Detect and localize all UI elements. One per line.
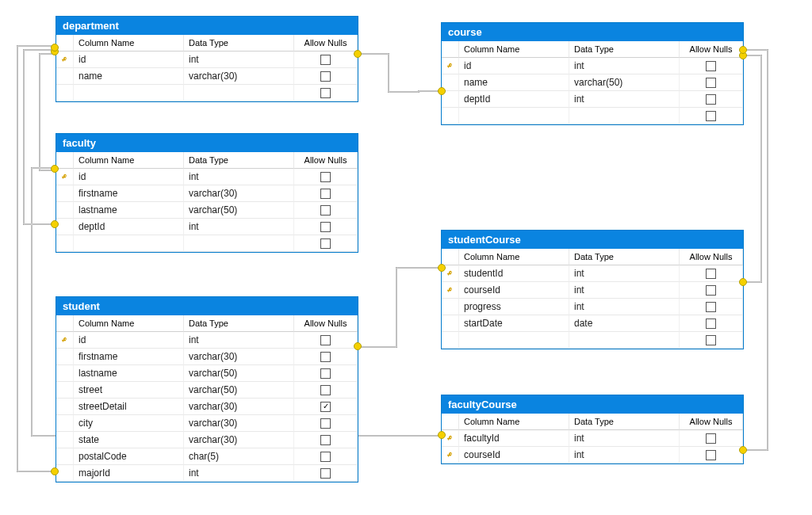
- column-name-cell[interactable]: studentId: [459, 265, 569, 282]
- data-type-cell[interactable]: varchar(30): [184, 349, 294, 365]
- allow-nulls-checkbox[interactable]: [294, 382, 358, 399]
- column-name-cell[interactable]: majorId: [74, 465, 184, 482]
- allow-nulls-checkbox[interactable]: [294, 465, 358, 482]
- allow-nulls-checkbox[interactable]: [294, 332, 358, 349]
- relationship-endpoint-icon: [51, 220, 59, 228]
- column-name-cell[interactable]: id: [74, 169, 184, 185]
- data-type-cell[interactable]: [184, 85, 294, 101]
- column-name-cell[interactable]: postalCode: [74, 448, 184, 465]
- column-name-cell[interactable]: [74, 235, 184, 252]
- table-faculty[interactable]: faculty Column Name Data Type Allow Null…: [56, 133, 358, 253]
- table-studentcourse[interactable]: studentCourse Column Name Data Type Allo…: [441, 230, 744, 349]
- column-name-cell[interactable]: firstname: [74, 349, 184, 365]
- column-name-cell[interactable]: [459, 108, 569, 124]
- column-name-cell[interactable]: name: [74, 68, 184, 85]
- allow-nulls-checkbox[interactable]: [294, 85, 358, 101]
- column-name-cell[interactable]: state: [74, 432, 184, 448]
- data-type-cell[interactable]: varchar(30): [184, 399, 294, 415]
- table-department[interactable]: department Column Name Data Type Allow N…: [56, 16, 358, 102]
- allow-nulls-checkbox[interactable]: ✓: [294, 399, 358, 415]
- allow-nulls-checkbox[interactable]: [680, 265, 743, 282]
- allow-nulls-checkbox[interactable]: [680, 74, 743, 91]
- allow-nulls-checkbox[interactable]: [294, 448, 358, 465]
- allow-nulls-checkbox[interactable]: [680, 282, 743, 299]
- data-type-cell[interactable]: char(5): [184, 448, 294, 465]
- data-type-cell[interactable]: date: [569, 315, 680, 332]
- table-title: department: [56, 17, 358, 35]
- column-name-cell[interactable]: streetDetail: [74, 399, 184, 415]
- data-type-cell[interactable]: varchar(30): [184, 68, 294, 85]
- data-type-cell[interactable]: int: [184, 465, 294, 482]
- table-course[interactable]: course Column Name Data Type Allow Nulls…: [441, 22, 744, 125]
- allow-nulls-checkbox[interactable]: [294, 202, 358, 219]
- table-student[interactable]: student Column Name Data Type Allow Null…: [56, 296, 358, 483]
- allow-nulls-checkbox[interactable]: [680, 91, 743, 108]
- allow-nulls-checkbox[interactable]: [294, 52, 358, 68]
- data-type-cell[interactable]: int: [569, 91, 680, 108]
- data-type-cell[interactable]: int: [569, 299, 680, 315]
- data-type-cell[interactable]: int: [569, 265, 680, 282]
- allow-nulls-checkbox[interactable]: [294, 349, 358, 365]
- col-header-nulls: Allow Nulls: [680, 41, 743, 58]
- allow-nulls-checkbox[interactable]: [294, 169, 358, 185]
- column-name-cell[interactable]: id: [74, 332, 184, 349]
- column-name-cell[interactable]: id: [459, 58, 569, 74]
- allow-nulls-checkbox[interactable]: [680, 108, 743, 124]
- allow-nulls-checkbox[interactable]: [294, 68, 358, 85]
- allow-nulls-checkbox[interactable]: [680, 58, 743, 74]
- data-type-cell[interactable]: int: [569, 282, 680, 299]
- allow-nulls-checkbox[interactable]: [294, 432, 358, 448]
- column-name-cell[interactable]: name: [459, 74, 569, 91]
- allow-nulls-checkbox[interactable]: [294, 185, 358, 202]
- allow-nulls-checkbox[interactable]: [680, 430, 743, 447]
- data-type-cell[interactable]: int: [569, 58, 680, 74]
- data-type-cell[interactable]: varchar(30): [184, 185, 294, 202]
- data-type-cell[interactable]: int: [569, 447, 680, 464]
- data-type-cell[interactable]: varchar(30): [184, 432, 294, 448]
- key-icon: [56, 85, 74, 101]
- data-type-cell[interactable]: [569, 332, 680, 349]
- data-type-cell[interactable]: int: [184, 52, 294, 68]
- allow-nulls-checkbox[interactable]: [294, 415, 358, 432]
- relationship-endpoint-icon: [438, 264, 446, 272]
- data-type-cell[interactable]: [184, 235, 294, 252]
- col-header-nulls: Allow Nulls: [294, 152, 358, 169]
- column-name-cell[interactable]: courseId: [459, 282, 569, 299]
- column-name-cell[interactable]: [459, 332, 569, 349]
- column-name-cell[interactable]: street: [74, 382, 184, 399]
- column-name-cell[interactable]: deptId: [459, 91, 569, 108]
- data-type-cell[interactable]: varchar(50): [184, 202, 294, 219]
- allow-nulls-checkbox[interactable]: [680, 315, 743, 332]
- column-name-cell[interactable]: facultyId: [459, 430, 569, 447]
- data-type-cell[interactable]: [569, 108, 680, 124]
- table-facultycourse[interactable]: facultyCourse Column Name Data Type Allo…: [441, 395, 744, 464]
- column-name-cell[interactable]: startDate: [459, 315, 569, 332]
- data-type-cell[interactable]: int: [184, 332, 294, 349]
- allow-nulls-checkbox[interactable]: [294, 219, 358, 235]
- allow-nulls-checkbox[interactable]: [680, 447, 743, 464]
- column-name-cell[interactable]: deptId: [74, 219, 184, 235]
- allow-nulls-checkbox[interactable]: [294, 365, 358, 382]
- allow-nulls-checkbox[interactable]: [294, 235, 358, 252]
- key-icon: [442, 108, 459, 124]
- allow-nulls-checkbox[interactable]: [680, 332, 743, 349]
- data-type-cell[interactable]: varchar(50): [184, 382, 294, 399]
- column-name-cell[interactable]: lastname: [74, 202, 184, 219]
- data-type-cell[interactable]: varchar(50): [569, 74, 680, 91]
- column-name-cell[interactable]: id: [74, 52, 184, 68]
- column-name-cell[interactable]: progress: [459, 299, 569, 315]
- column-name-cell[interactable]: courseId: [459, 447, 569, 464]
- data-type-cell[interactable]: int: [569, 430, 680, 447]
- col-header-nulls: Allow Nulls: [680, 249, 743, 265]
- column-name-cell[interactable]: lastname: [74, 365, 184, 382]
- column-name-cell[interactable]: city: [74, 415, 184, 432]
- data-type-cell[interactable]: varchar(30): [184, 415, 294, 432]
- allow-nulls-checkbox[interactable]: [680, 299, 743, 315]
- data-type-cell[interactable]: varchar(50): [184, 365, 294, 382]
- data-type-cell[interactable]: int: [184, 219, 294, 235]
- column-name-cell[interactable]: [74, 85, 184, 101]
- column-name-cell[interactable]: firstname: [74, 185, 184, 202]
- col-header-nulls: Allow Nulls: [680, 414, 743, 430]
- data-type-cell[interactable]: int: [184, 169, 294, 185]
- relationship-endpoint-icon: [438, 87, 446, 95]
